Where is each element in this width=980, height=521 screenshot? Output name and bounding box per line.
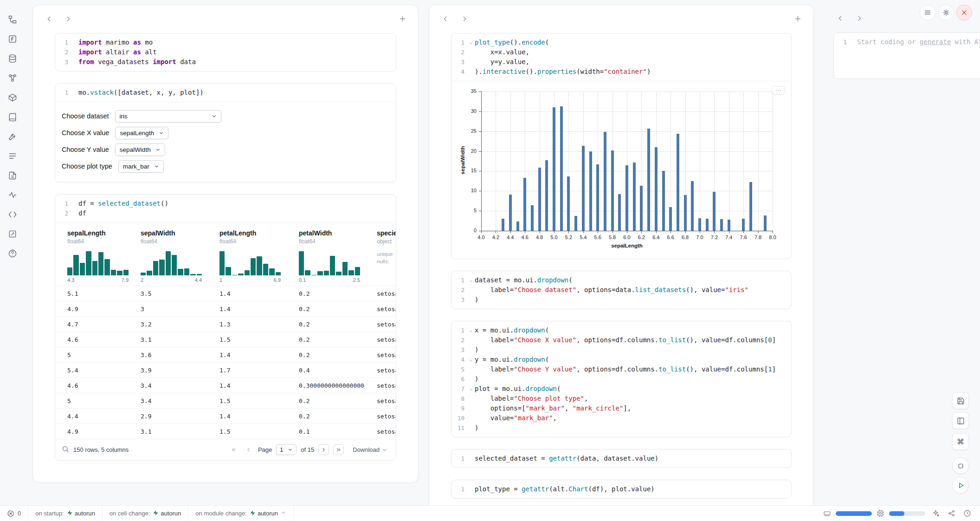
fold-chevron-icon[interactable]: ⌄ [467,275,475,285]
table-cell: 3.9 [129,367,207,374]
code-editor[interactable]: 1selected_dataset = getattr(data, datase… [451,449,791,468]
fold-chevron-icon[interactable]: ⌄ [467,326,475,335]
panel-layout-button[interactable] [952,412,969,429]
add-cell-button[interactable] [398,14,407,23]
code-editor[interactable]: 1df = selected_dataset()2df [55,195,396,222]
database-icon[interactable] [6,52,19,65]
file-tree-icon[interactable] [6,13,19,26]
chart-bar [640,186,643,231]
fold-chevron-icon[interactable]: ⌄ [467,384,475,394]
generate-with-ai-link[interactable]: generate [920,38,951,46]
tracing-icon[interactable] [6,189,19,202]
histogram-bar [197,274,202,275]
x-axis-label: 6.6 [664,234,677,240]
settings-button[interactable] [938,5,954,20]
table-row[interactable]: 53.41.50.2setosa [55,393,396,408]
table-cell: setosa [365,428,396,435]
add-cell-button[interactable] [793,14,802,23]
run-all-button[interactable] [952,477,969,494]
x-value-select[interactable]: sepalLength [115,127,168,139]
first-page-button[interactable] [228,444,239,455]
table-cell: 1.5 [207,397,287,404]
runtime-config-item-2[interactable]: on module change:autorun [188,506,294,521]
packages-icon[interactable] [6,91,19,104]
search-icon[interactable] [62,445,69,454]
table-row[interactable]: 4.42.91.40.2setosa [55,408,396,423]
help-icon[interactable] [6,247,19,260]
outline-icon[interactable] [6,169,19,182]
share-icon[interactable] [946,508,957,519]
runtime-config-item-1[interactable]: on cell change:autorun [103,506,189,521]
line-number: 1 [451,38,467,47]
column-header-petalWidth[interactable]: petalWidthfloat640.12.5 [287,229,365,283]
functions-icon[interactable] [6,33,19,46]
code-editor[interactable]: 1⌄dataset = mo.ui.dropdown(2 label="Choo… [451,271,791,309]
scratchpad-icon[interactable] [6,228,19,241]
code-editor[interactable]: 1 Start coding or generate with AI [834,33,980,51]
snippets-icon[interactable] [6,208,19,221]
next-page-button[interactable] [318,444,329,455]
table-row[interactable]: 53.61.40.2setosa [55,347,396,362]
dataset-select[interactable]: iris [115,110,221,123]
line-number: 9 [451,404,467,413]
code-editor[interactable]: 1import marimo as mo2import altair as al… [55,33,396,71]
last-page-button[interactable] [333,444,344,455]
code-editor[interactable]: 1plot_type = getattr(alt.Chart(df), plot… [451,480,791,498]
table-cell: 1.4 [207,382,287,389]
table-row[interactable]: 5.13.51.40.2setosa [55,286,396,301]
save-button[interactable] [952,392,969,409]
config-value: autorun [250,510,278,517]
history-icon[interactable] [961,508,973,519]
config-value: autorun [67,510,95,517]
table-row[interactable]: 4.931.40.2setosa [55,301,396,316]
code-editor[interactable]: 1⌄plot_type().encode(2 x=x.value,3 y=y.v… [451,33,791,81]
logs-icon[interactable] [6,150,19,163]
table-cell: 0.30000000000000004 [287,382,365,389]
documentation-icon[interactable] [6,111,19,124]
column-prev-button[interactable] [440,14,450,23]
prev-page-button[interactable] [243,444,254,455]
line-number: 7 [451,384,467,394]
fold-chevron-icon[interactable]: ⌄ [467,38,475,47]
selected-value: mark_bar [123,163,149,170]
y-value-select[interactable]: sepalWidth [115,143,165,156]
dependency-graph-icon[interactable] [6,72,19,85]
column-header-petalLength[interactable]: petalLengthfloat6416.9 [207,229,287,283]
ai-sparkle-icon[interactable] [930,508,941,519]
column-header-sepalLength[interactable]: sepalLengthfloat644.37.9 [55,229,129,283]
error-count-badge[interactable]: 0 [0,506,28,521]
plot-type-select[interactable]: mark_bar [118,160,164,173]
column-next-button[interactable] [64,14,73,23]
column-header-species[interactable]: speciesobjectuniquenulls: [365,229,396,283]
column-next-button[interactable] [855,13,864,23]
code-editor[interactable]: 1mo.vstack([dataset, x, y, plot]) [55,84,396,102]
column-next-button[interactable] [460,14,469,23]
y-axis-label: 25 [462,128,477,134]
page-select[interactable]: 1 [276,444,297,455]
fold-chevron-icon[interactable]: ⌄ [467,355,475,365]
code-text: ) [475,345,791,355]
table-row[interactable]: 4.63.41.40.30000000000000004setosa [55,378,396,393]
chevron-down-icon [154,164,159,169]
column-prev-button[interactable] [44,14,53,23]
column-prev-button[interactable] [835,13,845,23]
table-cell: 3.6 [129,352,207,358]
notebook-menu-button[interactable] [920,5,935,20]
column-dtype: object [377,238,396,245]
table-row[interactable]: 5.43.91.70.4setosa [55,362,396,378]
code-editor[interactable]: 1⌄x = mo.ui.dropdown(2 label="Choose X v… [451,321,791,437]
table-row[interactable]: 4.63.11.50.2setosa [55,332,396,347]
code-text: y = mo.ui.dropdown( [475,355,791,365]
shutdown-button[interactable] [956,5,972,20]
interrupt-button[interactable] [952,457,969,474]
code-text: import marimo as mo [78,38,396,47]
column-header-sepalWidth[interactable]: sepalWidthfloat6424.4 [129,229,207,283]
runtime-config-item-0[interactable]: on startup:autorun [28,506,103,521]
table-row[interactable]: 4.93.11.50.1setosa [55,423,396,439]
keyboard-shortcuts-button[interactable]: ⌘ [952,433,969,450]
download-button[interactable]: Download [353,446,387,453]
table-cell: 3.1 [129,336,207,343]
tools-icon[interactable] [6,130,19,143]
table-row[interactable]: 4.73.21.30.2setosa [55,316,396,332]
chart-actions-button[interactable]: ⋯ [772,86,785,95]
